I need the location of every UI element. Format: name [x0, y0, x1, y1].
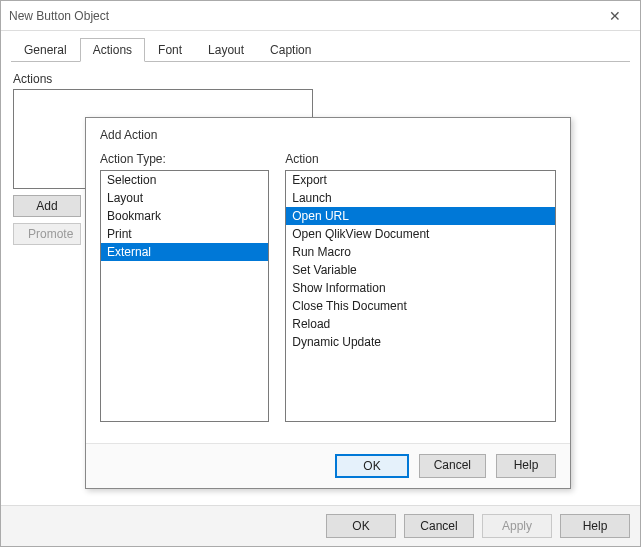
- modal-ok-button[interactable]: OK: [335, 454, 408, 478]
- list-item[interactable]: Set Variable: [286, 261, 555, 279]
- action-type-listbox[interactable]: SelectionLayoutBookmarkPrintExternal: [100, 170, 269, 422]
- tab-font[interactable]: Font: [145, 38, 195, 62]
- apply-button: Apply: [482, 514, 552, 538]
- add-button[interactable]: Add: [13, 195, 81, 217]
- list-item[interactable]: Launch: [286, 189, 555, 207]
- list-item[interactable]: Bookmark: [101, 207, 268, 225]
- close-icon[interactable]: ✕: [598, 8, 632, 24]
- promote-button: Promote: [13, 223, 81, 245]
- tab-layout[interactable]: Layout: [195, 38, 257, 62]
- list-item[interactable]: Close This Document: [286, 297, 555, 315]
- new-button-object-dialog: New Button Object ✕ GeneralActionsFontLa…: [0, 0, 641, 547]
- list-item[interactable]: External: [101, 243, 268, 261]
- list-item[interactable]: Dynamic Update: [286, 333, 555, 351]
- tab-strip: GeneralActionsFontLayoutCaption: [11, 37, 630, 62]
- help-button[interactable]: Help: [560, 514, 630, 538]
- list-item[interactable]: Print: [101, 225, 268, 243]
- add-action-title: Add Action: [100, 128, 556, 142]
- tab-general[interactable]: General: [11, 38, 80, 62]
- tab-caption[interactable]: Caption: [257, 38, 324, 62]
- add-action-dialog: Add Action Action Type: SelectionLayoutB…: [85, 117, 571, 489]
- list-item[interactable]: Reload: [286, 315, 555, 333]
- list-item[interactable]: Selection: [101, 171, 268, 189]
- modal-help-button[interactable]: Help: [496, 454, 556, 478]
- ok-button[interactable]: OK: [326, 514, 396, 538]
- titlebar: New Button Object ✕: [1, 1, 640, 31]
- tab-actions[interactable]: Actions: [80, 38, 145, 62]
- dialog-footer: OK Cancel Apply Help: [1, 505, 640, 546]
- list-item[interactable]: Show Information: [286, 279, 555, 297]
- list-item[interactable]: Layout: [101, 189, 268, 207]
- add-action-footer: OK Cancel Help: [86, 443, 570, 488]
- action-listbox[interactable]: ExportLaunchOpen URLOpen QlikView Docume…: [285, 170, 556, 422]
- list-item[interactable]: Open URL: [286, 207, 555, 225]
- actions-label: Actions: [13, 72, 628, 86]
- action-label: Action: [285, 152, 556, 166]
- list-item[interactable]: Open QlikView Document: [286, 225, 555, 243]
- action-type-label: Action Type:: [100, 152, 269, 166]
- list-item[interactable]: Export: [286, 171, 555, 189]
- window-title: New Button Object: [9, 9, 109, 23]
- modal-cancel-button[interactable]: Cancel: [419, 454, 486, 478]
- add-action-body: Add Action Action Type: SelectionLayoutB…: [86, 118, 570, 443]
- dialog-body: GeneralActionsFontLayoutCaption Actions …: [1, 31, 640, 505]
- list-item[interactable]: Run Macro: [286, 243, 555, 261]
- cancel-button[interactable]: Cancel: [404, 514, 474, 538]
